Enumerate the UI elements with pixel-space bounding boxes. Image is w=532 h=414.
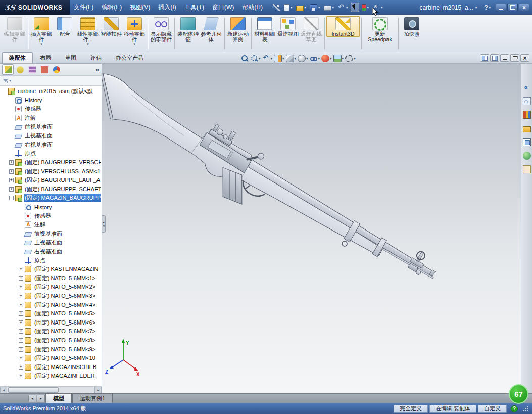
tree-item[interactable]: 前视基准面 — [0, 122, 102, 131]
tree-item[interactable]: (固定) NATO_5-6MM<10 — [0, 354, 102, 363]
headsup-button[interactable] — [345, 54, 356, 63]
command-manager-tab[interactable]: 评估 — [83, 52, 109, 63]
headsup-button[interactable] — [285, 54, 297, 63]
restore-icon[interactable] — [510, 54, 519, 62]
maximize-icon[interactable] — [507, 4, 518, 11]
feature-manager-tab[interactable] — [27, 65, 37, 74]
menu-item[interactable]: 文件(F) — [70, 0, 98, 15]
tree-item[interactable]: (固定) MAGAZIN_BAUGRUPP — [0, 194, 102, 203]
task-pane-button[interactable] — [522, 110, 531, 119]
qat-button[interactable] — [323, 3, 335, 12]
scrollbar-track[interactable] — [7, 387, 94, 393]
tree-item[interactable]: History — [0, 203, 102, 212]
tree-expander[interactable] — [19, 374, 23, 378]
tree-expander[interactable] — [19, 365, 23, 370]
tree-item[interactable]: (固定) MAGAZINFEDER — [0, 372, 102, 381]
tree-item[interactable]: (固定) VERSCHLUSS_ASM<1 — [0, 167, 102, 176]
tree-item[interactable]: (固定) MAGAZINSCHIEB — [0, 362, 102, 372]
tree-item[interactable]: (固定) NATO_5-6MM<8> — [0, 336, 102, 345]
task-pane-button[interactable] — [522, 97, 531, 106]
ribbon-button[interactable] — [361, 18, 362, 49]
ribbon-button[interactable]: 拍快照 — [400, 16, 423, 37]
ribbon-button[interactable]: 爆炸直线草图 — [300, 16, 323, 42]
graphics-viewport[interactable]: Y X Z ◂◂ — [102, 64, 521, 393]
tree-item[interactable]: 注解 — [0, 114, 102, 123]
close-icon[interactable] — [520, 54, 529, 62]
headsup-button[interactable] — [250, 54, 261, 63]
ribbon-button[interactable]: 智能扣件 — [100, 16, 123, 37]
ribbon-button[interactable]: 装配体特征 — [176, 16, 200, 42]
tree-item[interactable]: (固定) NATO_5-6MM<5> — [0, 309, 102, 318]
ribbon-button[interactable]: 插入零部件 — [30, 16, 53, 46]
task-pane-button[interactable] — [522, 124, 531, 133]
ribbon-button[interactable]: 线性零部件... — [76, 16, 100, 46]
tree-item[interactable]: 右视基准面 — [0, 247, 102, 256]
tree-item[interactable]: 右视基准面 — [0, 141, 102, 150]
ribbon-button[interactable]: 参考几何体 — [200, 16, 223, 42]
menu-item[interactable]: 帮助(H) — [238, 0, 267, 15]
ribbon-button[interactable] — [398, 18, 399, 49]
tree-expander[interactable] — [19, 329, 23, 334]
tree-expander[interactable] — [19, 294, 23, 298]
panel-splitter-handle[interactable]: ◂◂ — [102, 215, 106, 233]
resize-grip-icon[interactable] — [522, 405, 529, 412]
tree-expander[interactable] — [9, 187, 14, 192]
ribbon-button[interactable]: Instant3D — [326, 16, 360, 37]
tree-item[interactable]: (固定) NATO_5-6MM<1> — [0, 273, 102, 283]
ribbon-button[interactable]: 更新Speedpak — [363, 16, 397, 42]
menu-item[interactable]: 插入(I) — [154, 0, 180, 15]
tree-item[interactable]: (固定) NATO_5-6MM<3> — [0, 292, 102, 301]
tree-item[interactable]: 前视基准面 — [0, 229, 102, 239]
menu-item[interactable]: 编辑(E) — [98, 0, 126, 15]
ribbon-button[interactable] — [251, 18, 252, 49]
tree-expander[interactable] — [19, 338, 23, 343]
scroll-right-button[interactable]: ▸ — [94, 387, 102, 393]
headsup-button[interactable] — [273, 54, 285, 63]
tree-expander[interactable] — [19, 267, 23, 271]
tree-expander[interactable] — [9, 196, 14, 200]
ribbon-button[interactable] — [174, 18, 175, 49]
pane-right-icon[interactable] — [490, 54, 499, 62]
tree-item[interactable]: (固定) NATO_5-6MM<9> — [0, 345, 102, 354]
command-manager-tab[interactable]: 装配体 — [2, 52, 33, 63]
ribbon-button[interactable]: 材料明细表 — [253, 16, 276, 42]
qat-button[interactable] — [272, 3, 281, 12]
rifle-model[interactable]: Y X Z — [102, 64, 521, 393]
headsup-button[interactable] — [240, 54, 249, 63]
headsup-button[interactable] — [333, 54, 345, 63]
ribbon-button[interactable]: 爆炸视图 — [276, 16, 300, 37]
tree-item[interactable]: 上视基准面 — [0, 131, 102, 141]
headsup-button[interactable] — [309, 54, 321, 63]
feature-manager-tab[interactable] — [51, 65, 62, 74]
command-manager-tab[interactable]: 布局 — [33, 52, 58, 63]
headsup-button[interactable] — [262, 54, 273, 63]
task-pane-button[interactable] — [522, 151, 531, 160]
status-help-icon[interactable]: ? — [511, 405, 518, 412]
menu-item[interactable]: 窗口(W) — [208, 0, 238, 15]
tree-expander[interactable] — [19, 356, 23, 360]
tree-item[interactable]: (固定) NATO_5-6MM<4> — [0, 300, 102, 309]
ribbon-button[interactable] — [148, 18, 148, 49]
menu-item[interactable]: 视图(V) — [126, 0, 154, 15]
tree-item[interactable]: carbine_m2015_asm (默认<默 — [0, 87, 102, 96]
scrollbar-thumb[interactable] — [8, 387, 59, 393]
ribbon-button[interactable] — [224, 18, 225, 49]
tree-horizontal-scrollbar[interactable]: ◂ ▸ — [0, 386, 102, 393]
document-tab[interactable]: 运动算例1 — [72, 393, 113, 403]
qat-button[interactable] — [295, 3, 308, 12]
close-icon[interactable] — [519, 4, 529, 11]
tree-expander[interactable] — [19, 320, 23, 325]
tree-item[interactable]: (固定) NATO_5-6MM<7> — [0, 327, 102, 336]
tree-item[interactable]: 传感器 — [0, 105, 102, 114]
command-manager-tab[interactable]: 草图 — [58, 52, 83, 63]
tree-item[interactable]: (固定) BAUGRUPPE_SCHAFT — [0, 185, 102, 194]
qat-button[interactable] — [371, 3, 384, 12]
qat-button[interactable] — [361, 3, 370, 12]
scroll-left-button[interactable]: ◂ — [0, 387, 7, 393]
minimize-icon[interactable] — [496, 4, 506, 11]
tree-item[interactable]: 传感器 — [0, 211, 102, 220]
tree-item[interactable]: (固定) NATO_5-6MM<2> — [0, 283, 102, 292]
ribbon-button[interactable]: 显示隐藏的零部件 — [150, 16, 173, 42]
tree-item[interactable]: 上视基准面 — [0, 238, 102, 247]
tree-filter-bar[interactable]: ▾ — [0, 76, 102, 86]
